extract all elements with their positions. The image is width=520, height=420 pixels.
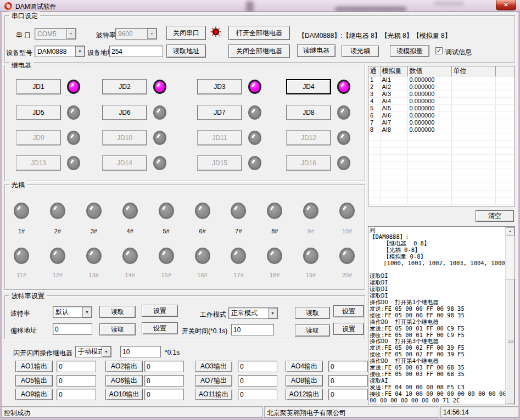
ao-button-3[interactable]: AO3输出 <box>195 361 232 372</box>
work-mode-select[interactable]: 正常模式 ▼ <box>228 307 278 319</box>
table-header-1[interactable]: 模拟量 <box>380 66 407 76</box>
ao-button-5[interactable]: AO5输出 <box>15 375 53 387</box>
offset-set-button[interactable]: 设置 <box>142 322 178 334</box>
scrollbar-thumb[interactable]: ≡≡ <box>506 279 515 404</box>
relay-button-jd16[interactable]: JD16 <box>286 155 331 171</box>
model-select[interactable]: DAM0888 ▼ <box>35 46 85 57</box>
table-row[interactable]: 8AI80.000000 <box>368 126 515 133</box>
table-filler-row <box>368 198 515 205</box>
ao-input-11[interactable] <box>238 389 277 400</box>
ao-button-2[interactable]: AO2输出 <box>105 361 143 372</box>
table-header-0[interactable]: 通 <box>368 66 380 76</box>
log-scrollbar[interactable]: ▲ ≡≡ <box>505 227 514 404</box>
ao-input-1[interactable] <box>57 361 96 372</box>
ao-button-12[interactable]: AO12输出 <box>286 389 323 400</box>
relay-button-jd3[interactable]: JD3 <box>197 79 242 94</box>
log-output: 列【DAM0888】: 【继电器 0-8】 【光耦 0-8】 【模拟量 0-8】… <box>370 227 505 404</box>
flash-mode-select[interactable]: 手动模式 ▼ <box>75 346 111 357</box>
open-all-relays-button[interactable]: 打开全部继电器 <box>228 26 290 40</box>
ao-input-10[interactable] <box>144 389 184 400</box>
status-time: 14:56:14 <box>440 406 519 418</box>
scroll-up-button[interactable]: ▲ <box>506 227 515 236</box>
baud-set-button[interactable]: 设置 <box>142 305 178 317</box>
relay-button-jd4[interactable]: JD4 <box>286 79 331 94</box>
read-addr-button[interactable]: 读取地址 <box>166 44 206 58</box>
relay-button-jd1[interactable]: JD1 <box>16 79 61 94</box>
relay-button-jd10[interactable]: JD10 <box>102 130 147 145</box>
baudrate-select[interactable]: 9600 ▼ <box>115 28 157 40</box>
table-header-3[interactable]: 单位 <box>451 66 495 76</box>
close-button[interactable]: ✕ <box>496 0 516 10</box>
relay-button-jd2[interactable]: JD2 <box>102 79 147 94</box>
relay-button-jd11[interactable]: JD11 <box>197 130 242 145</box>
table-row[interactable]: 2AI20.000000 <box>368 83 515 91</box>
ao-button-8[interactable]: AO8输出 <box>286 375 323 387</box>
switch-time-read-button[interactable]: 读取 <box>295 324 330 337</box>
switch-time-input[interactable] <box>231 324 274 335</box>
ao-input-5[interactable] <box>57 375 96 387</box>
window-border <box>0 12 2 420</box>
ao-button-9[interactable]: AO9输出 <box>15 389 53 400</box>
ao-button-1[interactable]: AO1输出 <box>15 361 53 372</box>
ao-button-10[interactable]: AO10输出 <box>105 389 143 400</box>
ao-button-7[interactable]: AO7输出 <box>195 375 232 387</box>
offset-read-button[interactable]: 读取 <box>99 323 136 335</box>
ao-button-11[interactable]: AO11输出 <box>195 389 232 400</box>
work-mode-set-button[interactable]: 设置 <box>333 305 364 317</box>
table-filler-row <box>368 141 515 148</box>
ao-input-7[interactable] <box>238 375 277 387</box>
ao-button-4[interactable]: AO4输出 <box>286 361 323 372</box>
ao-input-2[interactable] <box>144 361 184 372</box>
close-port-button[interactable]: 关闭串口 <box>166 26 206 40</box>
baud-select[interactable]: 默认 ▼ <box>53 306 92 318</box>
ao-input-4[interactable] <box>328 361 368 372</box>
port-select[interactable]: COM5 ▼ <box>35 28 76 40</box>
work-mode-read-button[interactable]: 读取 <box>295 307 330 319</box>
ao-input-6[interactable] <box>144 375 184 387</box>
clear-log-button[interactable]: 清空 <box>476 210 514 222</box>
table-row[interactable]: 1AI10.000000 <box>368 76 515 83</box>
relay-button-jd15[interactable]: JD15 <box>197 155 242 171</box>
table-row[interactable]: 7AI70.000000 <box>368 119 515 126</box>
relay-light-jd11 <box>248 131 261 145</box>
ao-input-3[interactable] <box>238 361 277 372</box>
relay-button-jd9[interactable]: JD9 <box>16 130 61 145</box>
table-row[interactable]: 5AI50.000000 <box>368 105 515 112</box>
ao-input-12[interactable] <box>328 389 368 400</box>
flash-time-input[interactable] <box>120 346 161 357</box>
baud-read-button[interactable]: 读取 <box>99 306 136 318</box>
read-opto-button[interactable]: 读光耦 <box>342 46 379 57</box>
table-row[interactable]: 4AI40.000000 <box>368 98 515 105</box>
relay-button-jd8[interactable]: JD8 <box>286 105 331 120</box>
relay-light-jd10 <box>153 131 166 145</box>
opto-light-19 <box>303 248 318 264</box>
relay-light-jd2 <box>153 80 166 94</box>
device-addr-input[interactable] <box>109 46 163 57</box>
model-label: 设备型号 <box>6 48 32 58</box>
opto-label-4: 4# <box>121 228 139 234</box>
opto-label-14: 14# <box>121 272 139 278</box>
debug-info-checkbox[interactable]: ✓ <box>435 47 443 54</box>
table-row[interactable]: 3AI30.000000 <box>368 91 515 98</box>
table-header-4[interactable] <box>495 66 515 76</box>
offset-addr-input[interactable] <box>53 323 92 335</box>
switch-time-set-button[interactable]: 设置 <box>333 323 364 335</box>
ao-button-6[interactable]: AO6输出 <box>105 375 143 387</box>
opto-group: 光耦 1#2#3#4#5#6#7#8#9#10#11#12#13#14#15#1… <box>4 184 365 290</box>
read-analog-button[interactable]: 读模拟量 <box>390 45 429 57</box>
relay-button-jd7[interactable]: JD7 <box>197 105 242 120</box>
relay-button-jd13[interactable]: JD13 <box>16 155 61 171</box>
relay-button-jd14[interactable]: JD14 <box>102 155 147 171</box>
relay-button-jd5[interactable]: JD5 <box>16 105 61 120</box>
opto-label-9: 9# <box>301 228 320 234</box>
table-row[interactable]: 6AI60.000000 <box>368 112 515 119</box>
opto-light-1 <box>14 203 29 219</box>
relay-button-jd6[interactable]: JD6 <box>102 105 147 120</box>
ao-input-9[interactable] <box>57 389 96 400</box>
relay-button-jd12[interactable]: JD12 <box>286 130 331 145</box>
relay-light-jd6 <box>153 105 166 120</box>
table-header-2[interactable]: 数值 <box>407 66 451 76</box>
ao-input-8[interactable] <box>328 375 368 387</box>
read-relay-button[interactable]: 读继电器 <box>297 44 336 57</box>
close-all-relays-button[interactable]: 关闭全部继电器 <box>228 44 290 58</box>
